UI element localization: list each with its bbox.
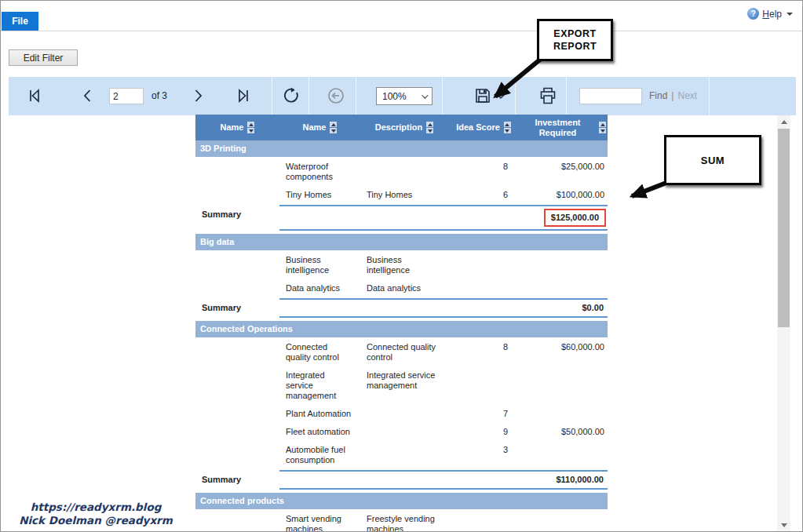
report-viewer-window: File ? Help Edit Filter of 3	[0, 0, 803, 532]
sort-icon[interactable]	[504, 122, 511, 133]
cell-idea-score	[448, 366, 519, 404]
caret-down-icon	[787, 13, 793, 16]
cell-description: Business intelligence	[360, 250, 448, 279]
sort-icon[interactable]	[426, 122, 433, 133]
file-tab[interactable]: File	[2, 12, 38, 31]
table-header-row: Name Name Description Idea Score Investm…	[195, 115, 608, 140]
cell-investment	[519, 250, 608, 279]
cell-investment	[519, 404, 608, 422]
column-header-investment-required[interactable]: Investment Required	[519, 115, 608, 140]
cell-description: Tiny Homes	[360, 185, 448, 203]
summary-row: Summary $0.00	[195, 298, 608, 318]
last-page-button[interactable]	[235, 87, 252, 104]
scroll-down-button[interactable]	[777, 519, 790, 532]
scroll-up-button[interactable]	[777, 115, 790, 129]
export-chevron-down-icon[interactable]	[495, 93, 506, 100]
group-header-big-data: Big data	[195, 234, 608, 250]
author-handle: Nick Doelman @readyxrm	[13, 514, 178, 527]
export-save-icon[interactable]	[473, 86, 492, 105]
cell-investment	[519, 366, 608, 404]
cell-investment: $60,000.00	[519, 337, 608, 366]
help-label: Help	[762, 9, 782, 20]
blog-url: https://readyxrm.blog	[13, 501, 178, 514]
cell-name: Data analytics	[279, 279, 360, 297]
summary-value: $0.00	[582, 303, 606, 313]
column-label: Name	[303, 122, 327, 133]
toolbar-divider	[566, 77, 567, 115]
table-row: Plant Automation 7	[195, 404, 608, 422]
find-input[interactable]	[579, 88, 642, 104]
summary-label: Summary	[195, 298, 279, 318]
table-row: Waterproof components 8 $25,000.00	[195, 157, 608, 185]
callout-text: EXPORT	[553, 27, 596, 40]
column-label: Idea Score	[456, 122, 500, 133]
cell-investment: $50,000.00	[519, 422, 608, 440]
page-number-input[interactable]	[109, 88, 144, 104]
table-row: Fleet automation 9 $50,000.00	[195, 422, 608, 440]
cell-name: Smart vending machines	[279, 509, 360, 532]
edit-filter-button[interactable]: Edit Filter	[9, 49, 78, 66]
scrollbar-thumb[interactable]	[778, 129, 790, 327]
cell-idea-score: 6	[448, 185, 519, 203]
column-header-idea-score[interactable]: Idea Score	[448, 115, 519, 140]
sort-icon[interactable]	[599, 122, 606, 133]
cell-investment	[519, 509, 608, 532]
cell-description: Freestyle vending machines	[360, 509, 448, 532]
next-page-button[interactable]	[189, 87, 206, 104]
summary-value-highlighted: $125,000.00	[544, 209, 606, 227]
column-header-name-2[interactable]: Name	[279, 115, 360, 140]
table-row: Connected quality control Connected qual…	[195, 337, 608, 366]
table-row: Tiny Homes Tiny Homes 6 $100,000.00	[195, 185, 608, 203]
summary-row: Summary $125,000.00	[195, 205, 608, 231]
help-menu[interactable]: ? Help	[747, 8, 793, 20]
cell-idea-score: 8	[448, 337, 519, 366]
back-button-disabled[interactable]	[326, 86, 346, 106]
group-header-connected-operations: Connected Operations	[195, 321, 608, 337]
cell-investment	[519, 279, 608, 297]
sort-icon[interactable]	[247, 122, 254, 133]
summary-row: Summary $110,000.00	[195, 470, 608, 490]
cell-investment: $100,000.00	[519, 185, 608, 203]
previous-page-button[interactable]	[79, 87, 97, 104]
cell-idea-score	[448, 509, 519, 532]
cell-name: Integrated service management	[279, 366, 360, 404]
column-header-name-1[interactable]: Name	[195, 115, 279, 140]
toolbar-divider	[272, 77, 272, 115]
callout-text: REPORT	[553, 40, 597, 53]
cell-idea-score	[448, 279, 519, 297]
table-row: Automobile fuel consumption 3	[195, 440, 608, 468]
cell-description	[360, 404, 448, 422]
first-page-button[interactable]	[26, 87, 43, 104]
find-next-button[interactable]: Next	[677, 90, 697, 101]
cell-description	[360, 440, 448, 468]
report-table: Name Name Description Idea Score Investm…	[195, 115, 608, 532]
find-button[interactable]: Find	[649, 90, 667, 101]
summary-label: Summary	[195, 470, 279, 490]
find-next-separator: |	[671, 90, 673, 101]
cell-description: Connected quality control	[360, 337, 448, 366]
group-header-connected-products: Connected products	[195, 493, 608, 509]
column-header-description[interactable]: Description	[360, 115, 448, 140]
table-row: Integrated service management Integrated…	[195, 366, 608, 404]
print-icon[interactable]	[538, 86, 558, 106]
cell-name: Plant Automation	[279, 404, 360, 422]
cell-description	[360, 157, 448, 185]
group-header-3d-printing: 3D Printing	[195, 140, 608, 157]
cell-idea-score	[448, 250, 519, 279]
page-count-label: of 3	[151, 90, 167, 101]
vertical-scrollbar[interactable]	[777, 115, 790, 532]
summary-value: $110,000.00	[556, 475, 606, 485]
refresh-icon[interactable]	[281, 86, 301, 106]
cell-idea-score: 8	[448, 157, 519, 185]
cell-description	[360, 422, 448, 440]
cell-idea-score: 7	[448, 404, 519, 422]
sum-callout: SUM	[664, 135, 761, 185]
table-row: Business intelligence Business intellige…	[195, 250, 608, 279]
zoom-select[interactable]: 100%	[376, 87, 433, 105]
cell-investment	[519, 440, 608, 468]
cell-idea-score: 9	[448, 422, 519, 440]
toolbar-divider	[515, 77, 516, 115]
sort-icon[interactable]	[330, 122, 337, 133]
arrow-down-icon	[781, 523, 787, 527]
table-row: Smart vending machines Freestyle vending…	[195, 509, 608, 532]
